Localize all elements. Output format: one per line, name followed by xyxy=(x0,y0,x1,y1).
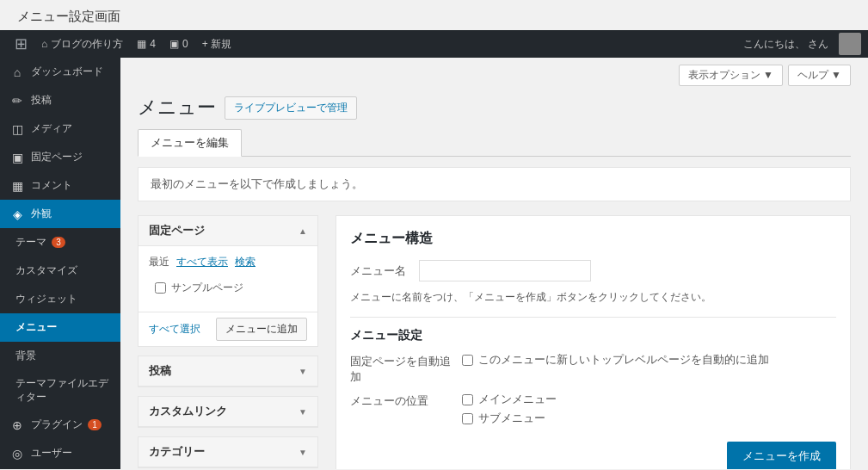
comments-bar-item[interactable]: ▦ 4 xyxy=(130,30,163,58)
custom-link-header[interactable]: カスタムリンク ▼ xyxy=(139,397,317,427)
appearance-submenu: テーマ 3 カスタマイズ ウィジェット メニュー 背景 テーマファイルエディター xyxy=(0,228,120,411)
auto-add-checkbox-label: このメニューに新しいトップレベルページを自動的に追加 xyxy=(462,352,769,368)
notice-box: 最初のメニューを以下で作成しましょう。 xyxy=(138,167,851,201)
sample-page-item: サンプルページ xyxy=(149,276,307,300)
plugins-icon: ⊕ xyxy=(9,418,26,432)
chevron-down-icon-cat: ▼ xyxy=(299,448,307,457)
position-row: メニューの位置 メインメニュー サブメニュー xyxy=(350,392,836,426)
page-title: メニュー設定画面 xyxy=(17,9,120,23)
sidebar-item-theme-editor[interactable]: テーマファイルエディター xyxy=(0,370,120,411)
auto-add-row: 固定ページを自動追加 このメニューに新しいトップレベルページを自動的に追加 xyxy=(350,352,836,385)
sidebar: ⌂ ダッシュボード ✏ 投稿 ◫ メディア ▣ 固定ページ ▦ コメント ◈ 外… xyxy=(0,58,120,469)
position-value: メインメニュー サブメニュー xyxy=(462,392,557,426)
comment-icon: ▦ xyxy=(137,38,146,50)
menu-name-row: メニュー名 xyxy=(350,260,836,281)
ping-icon: ▣ xyxy=(169,38,179,50)
custom-link-section: カスタムリンク ▼ xyxy=(138,396,318,428)
tab-nav: メニューを編集 xyxy=(138,129,851,157)
menu-structure-title: メニュー構造 xyxy=(350,230,836,248)
sub-tab-all[interactable]: すべて表示 xyxy=(176,255,228,269)
chevron-down-icon-custom: ▼ xyxy=(299,407,307,417)
users-icon: ◎ xyxy=(9,447,26,461)
media-icon: ◫ xyxy=(9,122,26,136)
sidebar-item-media[interactable]: ◫ メディア xyxy=(0,114,120,143)
wp-layout: ⌂ ダッシュボード ✏ 投稿 ◫ メディア ▣ 固定ページ ▦ コメント ◈ 外… xyxy=(0,58,868,469)
select-all-button[interactable]: すべて選択 xyxy=(149,322,200,337)
site-name[interactable]: ⌂ ブログの作り方 xyxy=(34,30,130,58)
left-column: 固定ページ ▲ 最近 すべて表示 検索 サンプルページ xyxy=(138,215,318,469)
appearance-icon: ◈ xyxy=(9,207,26,221)
chevron-down-icon-posts: ▼ xyxy=(299,367,307,376)
hint-text: メニューに名前をつけ、「メニューを作成」ボタンをクリックしてください。 xyxy=(350,290,836,305)
posts-section: 投稿 ▼ xyxy=(138,356,318,387)
add-to-menu-button[interactable]: メニューに追加 xyxy=(216,318,307,341)
auto-add-value: このメニューに新しいトップレベルページを自動的に追加 xyxy=(462,352,769,368)
category-header[interactable]: カテゴリー ▼ xyxy=(139,437,317,467)
sidebar-item-customize[interactable]: カスタマイズ xyxy=(0,257,120,285)
home-icon: ⌂ xyxy=(41,38,47,50)
category-section: カテゴリー ▼ xyxy=(138,436,318,468)
sub-tab-recent[interactable]: 最近 xyxy=(149,255,169,269)
dashboard-icon: ⌂ xyxy=(9,65,26,79)
page-title-area: メニュー設定画面 xyxy=(0,0,868,30)
ping-bar-item[interactable]: ▣ 0 xyxy=(163,30,195,58)
main-menu-label: メインメニュー xyxy=(462,392,557,407)
menu-name-input[interactable] xyxy=(419,260,591,281)
live-preview-button[interactable]: ライブプレビューで管理 xyxy=(225,96,357,120)
sidebar-item-posts[interactable]: ✏ 投稿 xyxy=(0,86,120,114)
sidebar-item-users[interactable]: ◎ ユーザー xyxy=(0,439,120,467)
sample-page-checkbox[interactable] xyxy=(155,282,166,294)
plugins-badge: 1 xyxy=(88,419,102,430)
menu-header: メニュー ライブプレビューで管理 xyxy=(138,95,851,121)
chevron-up-icon: ▲ xyxy=(299,226,307,236)
fixed-pages-section: 固定ページ ▲ 最近 すべて表示 検索 サンプルページ xyxy=(138,215,318,347)
sub-tab-search[interactable]: 検索 xyxy=(235,255,255,269)
menus-page-title: メニュー xyxy=(138,95,216,121)
sidebar-item-themes[interactable]: テーマ 3 xyxy=(0,228,120,257)
display-options-button[interactable]: 表示オプション ▼ xyxy=(679,65,783,86)
help-button[interactable]: ヘルプ ▼ xyxy=(788,65,851,86)
two-col-layout: 固定ページ ▲ 最近 すべて表示 検索 サンプルページ xyxy=(138,215,851,469)
wp-logo[interactable]: ⊞ xyxy=(7,30,34,58)
new-bar-item[interactable]: + 新規 xyxy=(195,30,238,58)
right-column: メニュー構造 メニュー名 メニューに名前をつけ、「メニューを作成」ボタンをクリッ… xyxy=(336,215,851,469)
sidebar-item-background[interactable]: 背景 xyxy=(0,342,120,370)
menu-name-label: メニュー名 xyxy=(350,263,410,279)
menu-structure-box: メニュー構造 メニュー名 メニューに名前をつけ、「メニューを作成」ボタンをクリッ… xyxy=(336,215,851,469)
auto-add-label: 固定ページを自動追加 xyxy=(350,352,453,385)
position-label: メニューの位置 xyxy=(350,392,453,409)
sub-tabs: 最近 すべて表示 検索 xyxy=(149,255,307,269)
pages-icon: ▣ xyxy=(9,151,26,164)
posts-header[interactable]: 投稿 ▼ xyxy=(139,356,317,387)
sidebar-item-plugins[interactable]: ⊕ プラグイン 1 xyxy=(0,411,120,439)
sub-header: 表示オプション ▼ ヘルプ ▼ xyxy=(120,58,868,86)
comments-icon: ▦ xyxy=(9,179,26,193)
fixed-pages-header[interactable]: 固定ページ ▲ xyxy=(139,216,317,246)
tab-edit-menu[interactable]: メニューを編集 xyxy=(138,129,242,157)
sub-menu-label: サブメニュー xyxy=(462,411,557,426)
user-avatar[interactable] xyxy=(839,33,861,55)
fixed-pages-footer: すべて選択 メニューに追加 xyxy=(139,312,317,346)
create-menu-button[interactable]: メニューを作成 xyxy=(727,442,836,469)
posts-icon: ✏ xyxy=(9,94,26,108)
fixed-pages-body: 最近 すべて表示 検索 サンプルページ xyxy=(139,246,317,312)
sub-menu-checkbox[interactable] xyxy=(462,413,473,424)
sidebar-item-comments[interactable]: ▦ コメント xyxy=(0,171,120,200)
sidebar-item-widgets[interactable]: ウィジェット xyxy=(0,285,120,313)
greeting: こんにちは、 さん xyxy=(736,37,835,52)
themes-badge: 3 xyxy=(52,237,65,248)
main-content: 表示オプション ▼ ヘルプ ▼ メニュー ライブプレビューで管理 メニューを編集 xyxy=(120,58,868,469)
content-area: メニュー ライブプレビューで管理 メニューを編集 最初のメニューを以下で作成しま… xyxy=(120,86,868,469)
sidebar-item-dashboard[interactable]: ⌂ ダッシュボード xyxy=(0,58,120,86)
sidebar-item-appearance[interactable]: ◈ 外観 xyxy=(0,200,120,228)
sidebar-item-tools[interactable]: ⚙ ツール xyxy=(0,467,120,469)
admin-bar: ⊞ ⌂ ブログの作り方 ▦ 4 ▣ 0 + 新規 こんにちは、 さん xyxy=(0,30,868,58)
sidebar-item-menus[interactable]: メニュー xyxy=(0,313,120,342)
auto-add-checkbox[interactable] xyxy=(462,355,473,366)
main-menu-checkbox[interactable] xyxy=(462,394,473,405)
sidebar-item-pages[interactable]: ▣ 固定ページ xyxy=(0,143,120,171)
menu-settings-title: メニュー設定 xyxy=(350,317,836,343)
admin-bar-right: こんにちは、 さん xyxy=(736,33,861,55)
